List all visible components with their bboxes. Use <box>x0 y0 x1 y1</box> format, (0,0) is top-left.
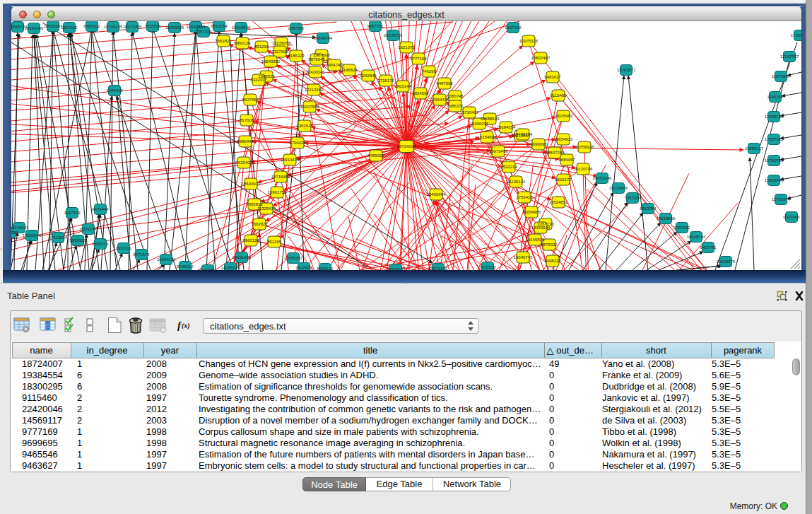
svg-text:8454749: 8454749 <box>326 63 343 67</box>
svg-text:16914479: 16914479 <box>281 158 300 162</box>
svg-text:1621072: 1621072 <box>398 45 415 49</box>
svg-text:7515526: 7515526 <box>144 24 161 28</box>
svg-text:5878332: 5878332 <box>541 243 558 247</box>
svg-text:10654112: 10654112 <box>157 257 176 262</box>
svg-text:12213369: 12213369 <box>305 88 324 92</box>
svg-text:9146821: 9146821 <box>341 68 358 72</box>
svg-text:1362615: 1362615 <box>296 124 313 128</box>
svg-text:7632621: 7632621 <box>115 246 132 250</box>
svg-text:6794028: 6794028 <box>289 141 306 145</box>
svg-text:10973493: 10973493 <box>489 149 508 153</box>
svg-text:20053346: 20053346 <box>165 25 184 30</box>
svg-text:2803144: 2803144 <box>394 84 411 88</box>
svg-text:10975857: 10975857 <box>772 74 791 78</box>
svg-text:17010504: 17010504 <box>49 235 68 240</box>
svg-text:13226058: 13226058 <box>272 41 291 45</box>
svg-text:20053346: 20053346 <box>593 176 612 180</box>
svg-text:12923446: 12923446 <box>765 178 784 182</box>
svg-text:1080748: 1080748 <box>447 94 464 98</box>
svg-text:10688639: 10688639 <box>481 117 500 121</box>
svg-text:1615172: 1615172 <box>555 177 572 182</box>
svg-text:20206576: 20206576 <box>384 33 403 37</box>
svg-text:10958117: 10958117 <box>745 146 764 151</box>
svg-text:8960124: 8960124 <box>242 238 259 243</box>
svg-text:16648784: 16648784 <box>687 235 706 239</box>
svg-text:12975115: 12975115 <box>519 39 539 43</box>
svg-text:746266: 746266 <box>422 69 437 74</box>
svg-text:10719135: 10719135 <box>104 25 123 29</box>
svg-text:22420046: 22420046 <box>306 70 325 74</box>
svg-text:18807289: 18807289 <box>546 151 565 155</box>
svg-text:16154808: 16154808 <box>478 135 497 139</box>
svg-text:14055724: 14055724 <box>221 266 240 270</box>
svg-text:16107553: 16107553 <box>300 105 319 109</box>
svg-text:9115460: 9115460 <box>551 93 567 98</box>
svg-text:9327508: 9327508 <box>271 49 288 54</box>
svg-text:20691406: 20691406 <box>233 255 252 259</box>
svg-text:13524851: 13524851 <box>549 200 568 204</box>
svg-text:17359924: 17359924 <box>791 33 801 37</box>
svg-text:7625402: 7625402 <box>235 160 252 165</box>
svg-text:19218506: 19218506 <box>657 216 676 221</box>
svg-text:9245012: 9245012 <box>177 264 194 269</box>
svg-text:19166825: 19166825 <box>526 238 545 242</box>
svg-text:10120746: 10120746 <box>574 167 593 171</box>
svg-text:16648784: 16648784 <box>314 36 333 40</box>
svg-text:8427552: 8427552 <box>242 98 259 102</box>
svg-text:15400994: 15400994 <box>427 192 446 197</box>
svg-text:13692971: 13692971 <box>23 233 42 238</box>
svg-text:9242845: 9242845 <box>360 74 377 78</box>
svg-text:8322037: 8322037 <box>250 78 267 82</box>
svg-text:15751074: 15751074 <box>772 197 791 201</box>
svg-text:20691406: 20691406 <box>25 26 44 30</box>
svg-text:10655287: 10655287 <box>284 256 303 260</box>
svg-text:(x): (x) <box>182 322 190 330</box>
svg-text:2087682: 2087682 <box>288 26 305 30</box>
svg-text:1244415: 1244415 <box>106 88 123 93</box>
svg-text:10025483: 10025483 <box>554 114 573 118</box>
svg-text:7386372: 7386372 <box>447 104 464 108</box>
svg-text:12342757: 12342757 <box>780 54 799 59</box>
svg-text:1527602: 1527602 <box>295 266 312 270</box>
svg-text:2935114: 2935114 <box>93 242 110 246</box>
svg-text:20206576: 20206576 <box>717 259 736 264</box>
svg-text:12093877: 12093877 <box>617 68 636 72</box>
svg-text:8813054: 8813054 <box>211 24 228 28</box>
svg-text:9463627: 9463627 <box>544 75 561 79</box>
svg-text:19046745: 19046745 <box>514 255 533 259</box>
svg-text:7485063: 7485063 <box>367 153 384 158</box>
svg-text:16961758: 16961758 <box>268 190 287 194</box>
svg-text:6966102: 6966102 <box>317 267 334 270</box>
svg-text:7357224: 7357224 <box>195 30 212 34</box>
svg-text:891295: 891295 <box>254 45 269 49</box>
svg-text:9329966: 9329966 <box>783 215 800 219</box>
svg-text:19384554: 19384554 <box>497 125 516 129</box>
svg-text:16571355: 16571355 <box>429 267 448 270</box>
svg-text:9457791: 9457791 <box>367 24 384 28</box>
svg-text:1753416: 1753416 <box>516 195 533 199</box>
svg-text:9684067: 9684067 <box>558 158 575 162</box>
svg-text:16543382: 16543382 <box>261 59 281 64</box>
svg-text:8186323: 8186323 <box>288 54 305 58</box>
svg-text:7515526: 7515526 <box>479 265 496 269</box>
svg-text:2522214: 2522214 <box>500 165 517 169</box>
svg-text:10210643: 10210643 <box>11 226 29 230</box>
svg-text:1640953: 1640953 <box>199 268 216 270</box>
svg-text:19218506: 19218506 <box>232 25 251 30</box>
svg-text:8990448: 8990448 <box>237 139 254 144</box>
svg-text:8471676: 8471676 <box>133 252 150 257</box>
svg-text:14495754: 14495754 <box>514 132 533 136</box>
svg-text:19054985: 19054985 <box>522 210 541 214</box>
svg-text:8960124: 8960124 <box>234 41 251 45</box>
svg-text:9474444: 9474444 <box>92 207 109 211</box>
svg-text:10807487: 10807487 <box>531 56 551 60</box>
svg-text:19654923: 19654923 <box>554 137 573 141</box>
svg-text:15300295: 15300295 <box>470 122 489 126</box>
svg-text:12505195: 12505195 <box>765 115 784 119</box>
svg-text:7357224: 7357224 <box>624 196 641 200</box>
svg-text:11325419: 11325419 <box>257 206 276 211</box>
svg-text:17957225: 17957225 <box>765 137 784 141</box>
svg-text:9457791: 9457791 <box>700 245 717 250</box>
svg-text:1167533: 1167533 <box>64 211 81 215</box>
svg-text:16571355: 16571355 <box>123 25 142 29</box>
